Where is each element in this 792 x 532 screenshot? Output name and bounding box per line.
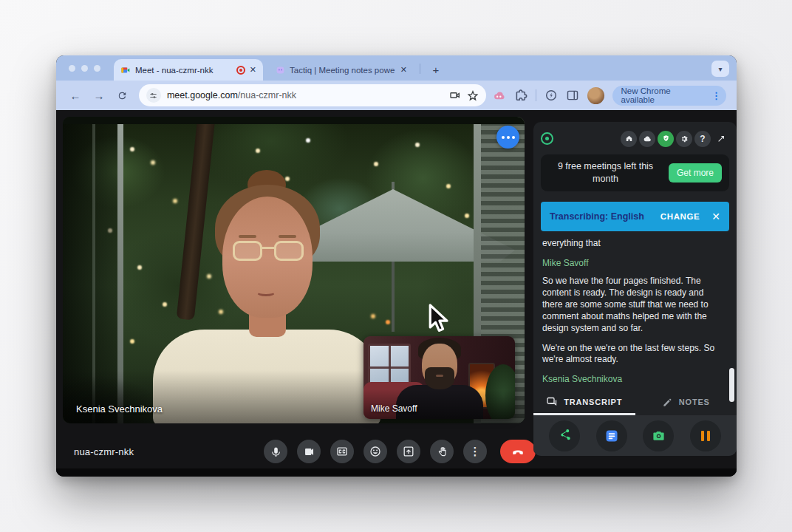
camera-capture-icon	[652, 429, 666, 443]
share-button[interactable]	[549, 420, 580, 451]
side-panel-icon[interactable]	[566, 89, 579, 102]
forward-button[interactable]: →	[90, 86, 108, 104]
tactiq-header-icons: ?	[621, 131, 729, 147]
transcript-speaker: Mike Savoff	[542, 258, 722, 270]
tab-tactiq[interactable]: Tactiq | Meeting notes powe ✕	[269, 59, 414, 81]
eyebrow	[239, 235, 256, 238]
reload-button[interactable]	[114, 86, 132, 104]
home-icon[interactable]	[621, 131, 637, 147]
tab-notes[interactable]: NOTES	[635, 391, 737, 415]
pip-participant-name: Mike Savoff	[371, 403, 417, 414]
settings-gear-icon[interactable]	[676, 131, 692, 147]
cloud-upload-icon[interactable]	[639, 131, 655, 147]
present-screen-button[interactable]	[397, 440, 420, 463]
popout-icon[interactable]	[713, 131, 729, 147]
transcript-line: So we have the four pages finished. The …	[542, 276, 722, 334]
close-tab-icon[interactable]: ✕	[250, 66, 256, 74]
view-transcript-button[interactable]	[596, 420, 627, 451]
share-icon	[559, 429, 571, 442]
meet-controls: ⋮	[264, 440, 536, 463]
transcript-line: everything that	[542, 238, 722, 250]
transcribing-label: Transcribing: English	[550, 211, 655, 222]
tab-transcript[interactable]: TRANSCRIPT	[533, 391, 635, 415]
new-chrome-label: New Chrome available	[621, 86, 706, 104]
speed-extension-icon[interactable]	[544, 89, 558, 102]
raise-hand-button[interactable]	[430, 440, 454, 463]
eyebrow	[279, 235, 296, 238]
get-more-button[interactable]: Get more	[669, 163, 722, 183]
privacy-shield-icon[interactable]	[658, 131, 674, 147]
more-options-button[interactable]: ⋮	[463, 440, 487, 463]
meet-favicon	[120, 65, 131, 75]
window-controls[interactable]	[69, 65, 100, 72]
tab-strip: Meet - nua-czmr-nkk ✕ Tactiq | Meeting n…	[56, 55, 737, 81]
chat-typing-bubble[interactable]	[496, 126, 519, 149]
screenshot-button[interactable]	[643, 420, 674, 451]
pip-mouth	[436, 375, 443, 377]
tactiq-favicon	[276, 65, 285, 75]
tab-search-button[interactable]: ▾	[711, 61, 729, 77]
desktop: Meet - nua-czmr-nkk ✕ Tactiq | Meeting n…	[0, 0, 792, 532]
extension-icons: New Chrome available ⋮	[492, 86, 726, 106]
microphone-button[interactable]	[264, 440, 287, 463]
back-button[interactable]: ←	[66, 86, 84, 104]
tactiq-sidebar: ? 9 free meetings left this month Get mo…	[533, 122, 737, 456]
close-window-button[interactable]	[69, 65, 75, 72]
profile-avatar[interactable]	[587, 87, 604, 104]
browser-toolbar: ← → meet.google.com/nua-czmr-nkk	[56, 81, 737, 110]
reactions-button[interactable]	[363, 440, 387, 463]
reload-icon	[117, 90, 128, 101]
chat-bubbles-icon	[546, 396, 558, 408]
bookmark-star-icon[interactable]	[467, 89, 479, 101]
transcript-line: We're on the we're on the last few steps…	[542, 343, 722, 366]
transcript-list[interactable]: everything that Mike Savoff So we have t…	[541, 231, 729, 391]
tab-meet[interactable]: Meet - nua-czmr-nkk ✕	[114, 59, 263, 81]
transcript-scrollbar[interactable]	[729, 368, 734, 402]
minimize-window-button[interactable]	[81, 65, 88, 72]
meeting-code: nua-czmr-nkk	[74, 446, 134, 457]
camera-button[interactable]	[297, 440, 321, 463]
browser-window: Meet - nua-czmr-nkk ✕ Tactiq | Meeting n…	[56, 55, 737, 477]
tactiq-logo-icon	[541, 132, 553, 145]
change-language-button[interactable]: CHANGE	[660, 212, 700, 221]
smiley-icon	[369, 446, 381, 457]
mouth	[256, 288, 276, 296]
tactiq-actions	[533, 415, 737, 456]
close-banner-icon[interactable]: ✕	[711, 211, 720, 222]
mouse-cursor	[426, 303, 452, 335]
main-participant-name: Ksenia Svechnikova	[76, 403, 163, 415]
captions-button[interactable]	[330, 440, 354, 463]
extensions-puzzle-icon[interactable]	[514, 89, 528, 102]
tactiq-extension-icon[interactable]	[492, 89, 506, 103]
site-info-icon[interactable]	[146, 88, 161, 103]
new-tab-button[interactable]: +	[427, 61, 445, 78]
glasses	[231, 241, 305, 263]
new-chrome-available-button[interactable]: New Chrome available ⋮	[612, 86, 726, 106]
tactiq-header: ?	[541, 129, 729, 148]
tab-title: Meet - nua-czmr-nkk	[135, 66, 232, 75]
meet-page: Ksenia Svechnikova Mike Savoff nua-czmr-…	[56, 110, 737, 477]
chrome-menu-icon[interactable]: ⋮	[711, 90, 721, 101]
camera-in-use-icon[interactable]	[449, 89, 461, 101]
url-text[interactable]: meet.google.com/nua-czmr-nkk	[167, 90, 443, 100]
pause-transcription-button[interactable]	[690, 420, 721, 451]
toolbar-divider	[536, 89, 536, 101]
raise-hand-icon	[437, 446, 448, 457]
end-call-button[interactable]	[500, 440, 536, 463]
pause-icon	[701, 431, 710, 441]
pencil-icon	[662, 397, 673, 408]
tab-notes-label: NOTES	[679, 398, 710, 406]
transcript-speaker: Ksenia Svechnikova	[542, 374, 722, 386]
pip-video-tile[interactable]: Mike Savoff	[363, 336, 515, 419]
close-tab-icon[interactable]: ✕	[400, 66, 407, 74]
present-icon	[403, 446, 414, 457]
document-icon	[604, 429, 619, 443]
zoom-window-button[interactable]	[94, 65, 100, 72]
umbrella-pole	[392, 262, 395, 332]
url-bar[interactable]: meet.google.com/nua-czmr-nkk	[139, 84, 486, 106]
tab-divider	[420, 64, 420, 74]
quota-text: 9 free meetings left this month	[548, 160, 663, 185]
tab-transcript-label: TRANSCRIPT	[564, 398, 622, 406]
pip-beard	[425, 367, 454, 389]
help-icon[interactable]: ?	[694, 131, 711, 147]
